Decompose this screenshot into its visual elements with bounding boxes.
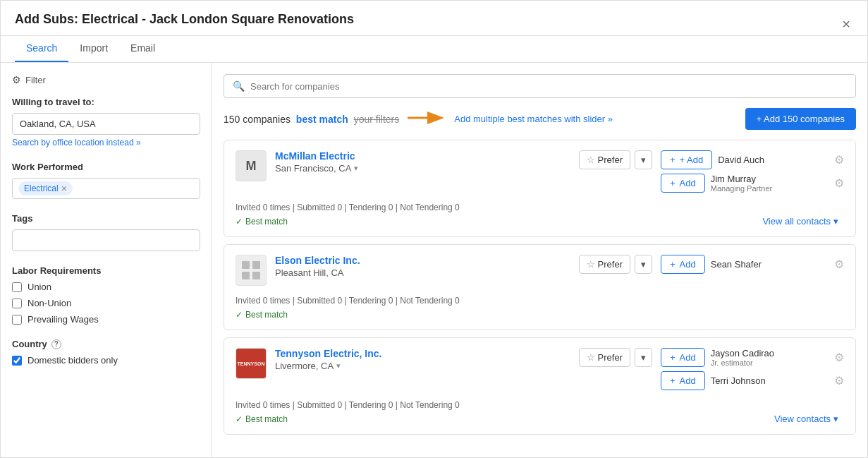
contact-row: + Add Jayson Cadirao Jr. estimator ⚙ — [661, 348, 844, 367]
best-match-badge: ✓ Best match — [236, 414, 774, 424]
contact-info: Sean Shafer — [711, 259, 829, 270]
tennyson-logo-text: TENNYSON — [238, 361, 265, 366]
prefer-button[interactable]: ☆ Prefer — [579, 348, 630, 367]
companies-list: M McMillan Electric San Francisco, CA ▾ … — [224, 140, 856, 446]
add-contact-button[interactable]: + Add — [661, 255, 705, 274]
add-all-button[interactable]: + Add 150 companies — [745, 108, 856, 130]
willing-to-travel-input[interactable] — [12, 113, 200, 135]
modal-title: Add Subs: Electrical - Jack London Squar… — [15, 12, 354, 35]
electrical-tag[interactable]: Electrical × — [18, 181, 73, 195]
add-contact-button[interactable]: + Add — [661, 371, 705, 390]
contact-gear-icon[interactable]: ⚙ — [834, 176, 844, 190]
union-checkbox[interactable] — [12, 282, 22, 292]
prefer-dropdown-button[interactable]: ▾ — [635, 255, 652, 274]
card-bottom-left: Invited 0 times | Submitted 0 | Tenderin… — [236, 197, 762, 227]
tab-email[interactable]: Email — [119, 35, 166, 62]
plus-icon: + — [670, 178, 676, 188]
prevailing-wages-checkbox[interactable] — [12, 315, 22, 325]
office-location-link[interactable]: Search by office location instead » — [12, 138, 141, 147]
sidebar: ⚙ Filter Willing to travel to: Search by… — [1, 63, 212, 457]
country-info-icon[interactable]: ? — [51, 339, 61, 349]
contact-name: Terri Johnson — [711, 375, 829, 386]
add-contact-button[interactable]: + Add — [661, 174, 705, 193]
contact-info: Jayson Cadirao Jr. estimator — [711, 348, 829, 367]
union-label: Union — [27, 282, 51, 292]
non-union-checkbox-item[interactable]: Non-Union — [12, 298, 200, 308]
star-icon: ☆ — [587, 352, 595, 363]
contact-name: Jayson Cadirao — [711, 348, 829, 358]
search-input[interactable] — [250, 81, 847, 92]
contacts-panel: + Add Jayson Cadirao Jr. estimator ⚙ — [661, 348, 844, 390]
close-button[interactable]: × — [839, 14, 853, 34]
contact-gear-icon[interactable]: ⚙ — [834, 374, 844, 387]
prefer-button[interactable]: ☆ Prefer — [579, 150, 630, 169]
contact-info: Jim Murray Managing Partner — [711, 174, 829, 193]
view-contacts-button[interactable]: View contacts ▾ — [774, 414, 838, 424]
prevailing-wages-checkbox-item[interactable]: Prevailing Wages — [12, 314, 200, 325]
add-contact-button[interactable]: + + Add — [661, 150, 712, 169]
contact-name: David Auch — [718, 155, 829, 165]
prefer-button[interactable]: ☆ Prefer — [579, 255, 630, 274]
prefer-dropdown-button[interactable]: ▾ — [635, 150, 652, 169]
prevailing-wages-label: Prevailing Wages — [27, 314, 99, 325]
card-bottom: Invited 0 times | Submitted 0 | Tenderin… — [236, 394, 844, 424]
plus-icon: + — [670, 259, 676, 270]
tab-import[interactable]: Import — [68, 35, 119, 62]
view-all-contacts-button[interactable]: View all contacts ▾ — [762, 216, 838, 227]
company-card: TENNYSON Tennyson Electric, Inc. Livermo… — [224, 337, 856, 435]
search-bar: 🔍 — [224, 74, 856, 98]
tags-label: Tags — [12, 213, 200, 224]
country-text: Country — [12, 339, 47, 349]
domestic-bidders-checkbox[interactable] — [12, 356, 22, 366]
contact-info: David Auch — [718, 155, 829, 165]
contacts-panel: + Add Sean Shafer ⚙ — [661, 255, 844, 274]
company-location: Pleasant Hill, CA — [275, 267, 570, 278]
contact-gear-icon[interactable]: ⚙ — [834, 153, 844, 167]
best-match-badge: ✓ Best match — [236, 310, 844, 320]
contact-title: Jr. estimator — [711, 358, 829, 367]
domestic-bidders-checkbox-item[interactable]: Domestic bidders only — [12, 355, 200, 366]
contact-row: + Add Sean Shafer ⚙ — [661, 255, 844, 274]
card-bottom: Invited 0 times | Submitted 0 | Tenderin… — [236, 197, 844, 227]
plus-icon: + — [670, 352, 676, 363]
non-union-checkbox[interactable] — [12, 299, 22, 308]
contact-info: Terri Johnson — [711, 375, 829, 386]
tags-input[interactable] — [12, 229, 200, 251]
company-location: San Francisco, CA ▾ — [275, 163, 570, 174]
location-chevron[interactable]: ▾ — [354, 164, 358, 173]
modal-header: Add Subs: Electrical - Jack London Squar… — [1, 1, 867, 36]
contact-row: + Add Terri Johnson ⚙ — [661, 371, 844, 390]
contact-gear-icon[interactable]: ⚙ — [834, 258, 844, 271]
plus-icon: + — [670, 375, 676, 386]
card-bottom-left: Invited 0 times | Submitted 0 | Tenderin… — [236, 394, 774, 424]
company-name[interactable]: McMillan Electric — [275, 150, 355, 162]
orange-arrow-icon — [406, 108, 448, 130]
labor-requirements-section: Labor Requirements Union Non-Union Preva… — [12, 265, 200, 325]
company-name[interactable]: Elson Electric Inc. — [275, 255, 360, 266]
union-checkbox-item[interactable]: Union — [12, 282, 200, 292]
country-section: Country ? Domestic bidders only — [12, 339, 200, 366]
prefer-dropdown-button[interactable]: ▾ — [635, 348, 652, 367]
chevron-down-icon: ▾ — [833, 216, 838, 227]
company-stats: Invited 0 times | Submitted 0 | Tenderin… — [236, 400, 774, 410]
electrical-tag-label: Electrical — [24, 183, 59, 193]
company-logo — [236, 255, 267, 286]
check-icon: ✓ — [236, 217, 243, 227]
company-card: Elson Electric Inc. Pleasant Hill, CA ☆ … — [224, 244, 856, 330]
contacts-panel: + + Add David Auch ⚙ + — [661, 150, 844, 193]
add-contact-button[interactable]: + Add — [661, 348, 705, 367]
country-label: Country ? — [12, 339, 200, 349]
company-top: TENNYSON Tennyson Electric, Inc. Livermo… — [236, 348, 844, 390]
add-multiple-link[interactable]: Add multiple best matches with slider » — [454, 114, 613, 124]
card-bottom-left: Invited 0 times | Submitted 0 | Tenderin… — [236, 290, 844, 320]
work-performed-field[interactable]: Electrical × — [12, 178, 200, 199]
contact-gear-icon[interactable]: ⚙ — [834, 351, 844, 364]
company-actions: ☆ Prefer ▾ — [579, 255, 652, 274]
remove-electrical-tag[interactable]: × — [61, 183, 67, 194]
contact-row: + Add Jim Murray Managing Partner ⚙ — [661, 174, 844, 193]
willing-to-travel-section: Willing to travel to: Search by office l… — [12, 97, 200, 147]
non-union-label: Non-Union — [27, 298, 71, 308]
tab-search[interactable]: Search — [15, 35, 68, 62]
location-chevron[interactable]: ▾ — [336, 361, 341, 370]
company-name[interactable]: Tennyson Electric, Inc. — [275, 348, 381, 359]
